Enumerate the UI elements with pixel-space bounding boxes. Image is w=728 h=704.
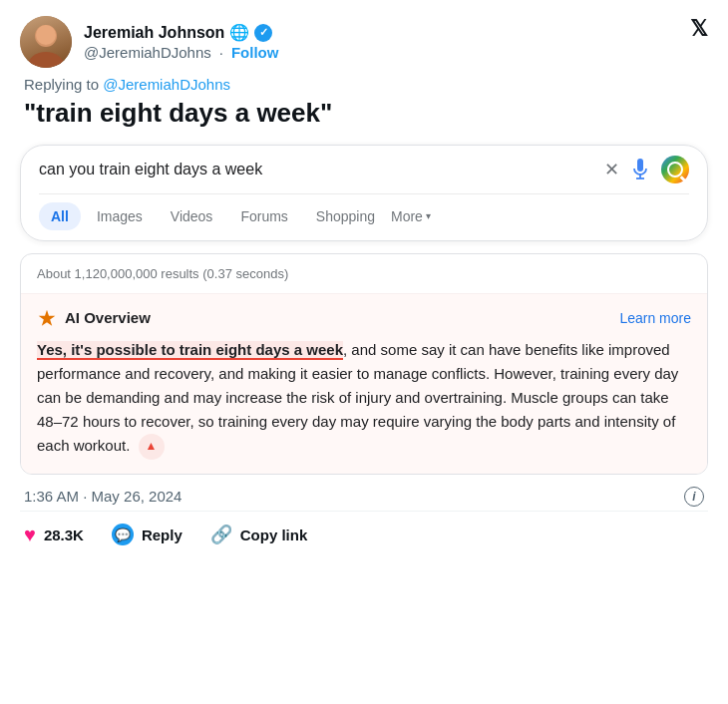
x-logo: 𝕏 — [690, 16, 708, 42]
copy-link-button[interactable]: 🔗 Copy link — [210, 524, 308, 545]
search-query-text[interactable]: can you train eight days a week — [39, 161, 594, 178]
tweet-timestamp: 1:36 AM · May 26, 2024 — [24, 488, 182, 505]
google-search-container: can you train eight days a week ✕ A — [20, 145, 708, 241]
user-info: Jeremiah Johnson 🌐 ✓ @JeremiahDJohns · F… — [84, 23, 278, 61]
tweet-card: Jeremiah Johnson 🌐 ✓ @JeremiahDJohns · F… — [0, 0, 728, 574]
info-icon[interactable]: i — [684, 487, 704, 507]
tab-shopping[interactable]: Shopping — [304, 202, 387, 230]
username-row: @JeremiahDJohns · Follow — [84, 44, 278, 61]
tab-more[interactable]: More ▾ — [391, 208, 431, 224]
verified-icon: ✓ — [254, 24, 272, 42]
reply-context: Replying to @JeremiahDJohns — [20, 76, 708, 93]
tab-all[interactable]: All — [39, 202, 81, 230]
like-count: 28.3K — [44, 527, 84, 543]
more-label: More — [391, 208, 423, 224]
follow-button[interactable]: Follow — [231, 44, 279, 61]
avatar — [20, 16, 72, 68]
tab-forums[interactable]: Forums — [228, 202, 299, 230]
learn-more-link[interactable]: Learn more — [619, 310, 691, 326]
results-area: About 1,120,000,000 results (0.37 second… — [20, 253, 708, 475]
highlighted-text: Yes, it's possible to train eight days a… — [37, 341, 343, 360]
ai-overview-label: AI Overview — [65, 309, 151, 326]
reply-label: Reply — [142, 527, 182, 543]
collapse-button[interactable]: ▲ — [139, 434, 165, 460]
display-name: Jeremiah Johnson — [84, 24, 224, 42]
user-name-row: Jeremiah Johnson 🌐 ✓ — [84, 23, 278, 42]
tweet-main-text: "train eight days a week" — [20, 97, 708, 131]
header-left: Jeremiah Johnson 🌐 ✓ @JeremiahDJohns · F… — [20, 16, 278, 68]
search-icons: ✕ — [604, 156, 689, 183]
ai-overview-header: AI Overview Learn more — [37, 308, 691, 328]
svg-point-2 — [36, 25, 56, 45]
reply-bubble-icon: 💬 — [112, 524, 134, 545]
ai-overview: AI Overview Learn more Yes, it's possibl… — [21, 294, 707, 474]
chevron-down-icon: ▾ — [426, 210, 431, 221]
ai-overview-body: Yes, it's possible to train eight days a… — [37, 338, 691, 460]
sparkle-icon — [37, 308, 57, 328]
svg-rect-3 — [637, 159, 643, 172]
username: @JeremiahDJohns — [84, 44, 211, 61]
tweet-header: Jeremiah Johnson 🌐 ✓ @JeremiahDJohns · F… — [20, 16, 708, 68]
dot-separator: · — [219, 44, 223, 61]
ai-overview-title: AI Overview — [37, 308, 151, 328]
tweet-footer: 1:36 AM · May 26, 2024 i — [20, 475, 708, 512]
search-input-row: can you train eight days a week ✕ — [39, 156, 689, 183]
reply-handle[interactable]: @JeremiahDJohns — [103, 76, 230, 93]
clear-search-icon[interactable]: ✕ — [604, 159, 619, 180]
mic-icon[interactable] — [629, 156, 651, 183]
reply-prefix: Replying to — [24, 76, 103, 93]
copy-link-label: Copy link — [240, 527, 308, 543]
google-lens-icon[interactable] — [661, 156, 689, 183]
svg-point-1 — [28, 52, 64, 68]
link-icon: 🔗 — [210, 524, 232, 545]
search-tabs: All Images Videos Forums Shopping More ▾ — [39, 193, 689, 230]
tab-images[interactable]: Images — [85, 202, 155, 230]
heart-icon: ♥ — [24, 524, 36, 546]
actions-row: ♥ 28.3K 💬 Reply 🔗 Copy link — [20, 512, 708, 558]
results-count: About 1,120,000,000 results (0.37 second… — [21, 254, 707, 294]
reply-button[interactable]: 💬 Reply — [112, 524, 182, 545]
like-button[interactable]: ♥ 28.3K — [24, 524, 84, 546]
globe-icon: 🌐 — [229, 23, 249, 42]
tab-videos[interactable]: Videos — [159, 202, 225, 230]
